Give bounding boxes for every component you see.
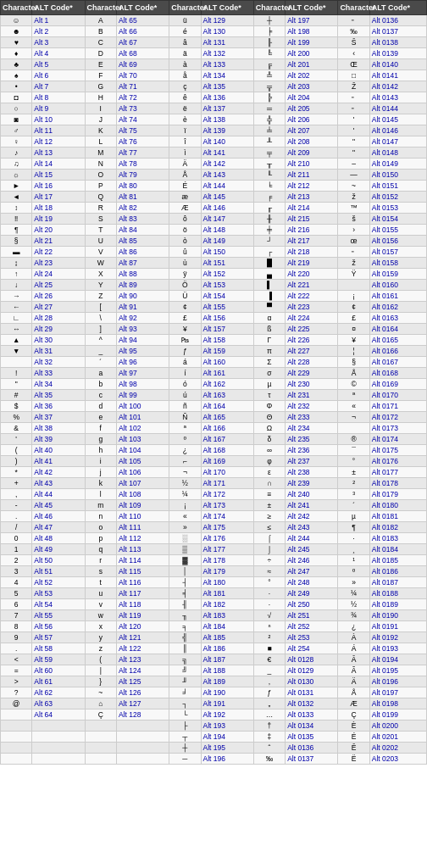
char-cell: * [1,467,32,478]
alt-code-cell: Alt 179 [201,566,253,577]
table-row: $Alt 36dAlt 100ñAlt 164ΦAlt 232«Alt 0171 [1,401,427,412]
alt-code-cell: Alt 0200 [369,721,426,732]
alt-code-cell: Alt 0160 [369,280,426,291]
char-cell: û [169,247,201,258]
char-cell: K [85,125,116,136]
char-cell: 1 [1,544,32,555]
alt-code-cell: Alt 206 [286,114,338,125]
col-header-alt2: ALT Code* [116,1,169,15]
char-cell: ½ [169,478,201,489]
char-cell: … [253,709,285,721]
alt-code-cell: Alt 117 [116,588,169,599]
char-cell: á [169,357,201,368]
alt-code-cell: Alt 145 [201,192,253,203]
alt-code-cell: Alt 72 [116,92,169,103]
char-cell: · [253,599,285,610]
char-cell: ¥ [338,335,369,346]
alt-code-cell: Alt 0179 [369,489,426,500]
char-cell: ╜ [169,676,201,687]
alt-code-cell: Alt 218 [286,247,338,258]
alt-code-cell: Alt 55 [32,610,85,621]
char-cell: ▀ [253,302,285,313]
table-row: ←Alt 27[Alt 91¢Alt 155▀Alt 223¢Alt 0162 [1,302,427,313]
alt-code-cell: Alt 148 [201,225,253,236]
alt-code-cell: Alt 1 [32,15,85,26]
char-cell: ˆ [253,743,285,754]
char-cell: ♀ [1,136,32,147]
char-cell: 0 [1,533,32,544]
char-cell: ╔ [253,59,285,70]
alt-code-cell: Alt 0202 [369,743,426,754]
table-row: 2Alt 50rAlt 114▓Alt 178÷Alt 246¹Alt 0185 [1,555,427,566]
char-cell: ≥ [253,511,285,522]
char-cell: O [85,170,116,181]
alt-code-cell: Alt 105 [116,456,169,467]
table-row: ◘Alt 8HAlt 72êAlt 136╠Alt 204╴Alt 0143 [1,92,427,103]
char-cell: z [85,643,116,654]
char-cell: Å [338,687,369,698]
alt-code-cell: Alt 48 [32,533,85,544]
char-cell: Ã [338,665,369,676]
char-cell: ú [169,390,201,401]
alt-code-cell: Alt 0140 [369,59,426,70]
alt-code-cell: Alt 0176 [369,456,426,467]
table-row: -Alt 45mAlt 109¡Alt 173±Alt 241´Alt 0180 [1,500,427,511]
alt-code-cell: Alt 120 [116,621,169,632]
char-cell: ¬ [169,467,201,478]
alt-code-cell: Alt 143 [201,170,253,181]
alt-code-cell: Alt 135 [201,81,253,92]
alt-code-cell: Alt 58 [32,643,85,654]
alt-code-cell: Alt 232 [286,401,338,412]
char-cell: ¸ [338,544,369,555]
char-cell: É [338,732,369,743]
char-cell: ▄ [253,269,285,280]
alt-code-cell: Alt 0169 [369,379,426,390]
alt-code-cell: Alt 0201 [369,732,426,743]
alt-code-cell: Alt 146 [201,203,253,214]
char-cell: I [85,103,116,114]
char-cell: š [338,214,369,225]
char-cell: ↨ [1,258,32,269]
alt-code-cell: Alt 0171 [369,401,426,412]
alt-code-cell: Alt 59 [32,654,85,665]
char-cell: ╝ [169,665,201,676]
char-cell: ê [169,92,201,103]
alt-code-cell: Alt 119 [116,610,169,621]
alt-code-cell: Alt 182 [201,599,253,610]
alt-code-cell: Alt 237 [286,456,338,467]
table-row: %Alt 37eAlt 101ÑAlt 165ΘAlt 233¬Alt 0172 [1,412,427,423]
char-cell: [ [85,302,116,313]
alt-code-cell: Alt 189 [201,676,253,687]
alt-code-cell: Alt 194 [201,732,253,743]
alt-code-cell: Alt 159 [201,346,253,357]
table-row: ┬Alt 194‡Alt 0135ÉAlt 0201 [1,732,427,743]
alt-code-cell: Alt 44 [32,489,85,500]
char-cell: ♥ [1,37,32,48]
alt-code-cell: Alt 0193 [369,643,426,654]
char-cell: ☺ [1,15,32,26]
alt-code-cell: Alt 242 [286,511,338,522]
alt-code-cell: Alt 0136 [286,743,338,754]
char-cell: ü [169,15,201,26]
alt-code-cell: Alt 101 [116,412,169,423]
char-cell: ñ [169,401,201,412]
alt-code-cell: Alt 0194 [369,654,426,665]
char-cell: ╗ [169,654,201,665]
table-row: 1Alt 49qAlt 113▒Alt 177⌡Alt 245¸Alt 0184 [1,544,427,555]
alt-code-cell: Alt 25 [32,280,85,291]
char-cell: ² [253,632,285,643]
alt-code-cell: Alt 122 [116,643,169,654]
char-cell: ╟ [253,37,285,48]
char-cell: ( [1,445,32,456]
alt-code-cell: Alt 233 [286,412,338,423]
char-cell: } [85,676,116,687]
char-cell: œ [338,236,369,247]
alt-code-cell: Alt 243 [286,522,338,533]
char-cell: ▼ [1,346,32,357]
char-cell: ë [169,103,201,114]
char-cell: ô [169,214,201,225]
table-row: 9Alt 57yAlt 121╣Alt 185²Alt 253ÀAlt 0192 [1,632,427,643]
char-cell: Æ [169,203,201,214]
alt-code-cell: Alt 0184 [369,544,426,555]
alt-code-cell: Alt 4 [32,48,85,59]
